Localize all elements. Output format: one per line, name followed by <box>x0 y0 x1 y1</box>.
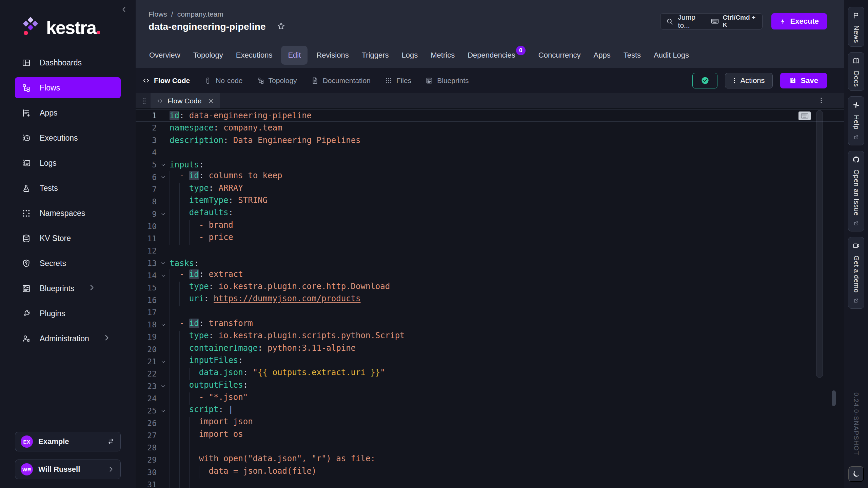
fold-toggle-icon[interactable] <box>157 162 170 168</box>
tab-overview[interactable]: Overview <box>145 46 184 65</box>
breadcrumb-flows[interactable]: Flows <box>149 10 167 18</box>
validation-status-button[interactable] <box>692 73 717 88</box>
view-mode-no-code[interactable]: No-code <box>204 77 242 85</box>
code-line-2[interactable]: 2namespace: company.team <box>136 122 844 134</box>
tab-apps[interactable]: Apps <box>590 46 615 65</box>
view-mode-documentation[interactable]: Documentation <box>311 77 371 85</box>
tab-executions[interactable]: Executions <box>232 46 277 65</box>
sidebar-item-dashboards[interactable]: Dashboards <box>15 52 121 73</box>
code-line-3[interactable]: 3description: Data Engineering Pipelines <box>136 134 844 146</box>
tab-audit-logs[interactable]: Audit Logs <box>650 46 693 65</box>
code-line-13[interactable]: 13tasks: <box>136 257 844 269</box>
code-line-18[interactable]: 18- id: transform <box>136 319 844 331</box>
code-line-29[interactable]: 29with open("data.json", "r") as file: <box>136 454 844 466</box>
close-tab-icon[interactable]: × <box>208 97 213 105</box>
fold-toggle-icon[interactable] <box>157 260 170 266</box>
code-line-24[interactable]: 24- "*.json" <box>136 392 844 405</box>
fold-toggle-icon[interactable] <box>157 383 170 389</box>
sidebar-item-flows[interactable]: Flows <box>15 77 121 98</box>
jump-to-search[interactable]: Jump to... Ctrl/Cmd + K <box>660 13 763 29</box>
code-line-4[interactable]: 4 <box>136 146 844 159</box>
view-mode-flow-code[interactable]: Flow Code <box>142 77 190 85</box>
code-line-15[interactable]: 15type: io.kestra.plugin.core.http.Downl… <box>136 282 844 294</box>
code-line-8[interactable]: 8itemType: STRING <box>136 196 844 208</box>
code-line-28[interactable]: 28 <box>136 442 844 454</box>
execute-button[interactable]: Execute <box>771 13 827 29</box>
tab-dependencies[interactable]: Dependencies0 <box>463 46 530 65</box>
sidebar-item-administration[interactable]: Administration <box>15 328 121 349</box>
code-line-20[interactable]: 20containerImage: python:3.11-alpine <box>136 343 844 355</box>
sidebar-item-namespaces[interactable]: Namespaces <box>15 203 121 224</box>
code-line-7[interactable]: 7type: ARRAY <box>136 183 844 196</box>
fold-toggle-icon[interactable] <box>157 359 170 365</box>
fold-toggle-icon[interactable] <box>157 273 170 279</box>
view-mode-files[interactable]: Files <box>385 77 411 85</box>
keyboard-hint-widget[interactable] <box>798 111 811 120</box>
sidebar-item-apps[interactable]: Apps <box>15 102 121 123</box>
code-line-22[interactable]: 22data.json: "{{ outputs.extract.uri }}" <box>136 368 844 380</box>
rail-button-docs[interactable]: Docs <box>848 52 864 91</box>
sidebar-item-logs[interactable]: Logs <box>15 152 121 174</box>
user-menu[interactable]: WR Will Russell <box>15 460 121 479</box>
code-line-31[interactable]: 31 <box>136 479 844 488</box>
code-editor[interactable]: 1id: data-engineering-pipeline2namespace… <box>136 109 844 488</box>
tab-topology[interactable]: Topology <box>189 46 227 65</box>
code-line-25[interactable]: 25script: | <box>136 405 844 417</box>
code-line-11[interactable]: 11- price <box>136 232 844 245</box>
page-scrollbar-thumb[interactable] <box>832 390 836 406</box>
code-line-1[interactable]: 1id: data-engineering-pipeline <box>136 109 844 122</box>
drag-handle[interactable] <box>140 93 148 108</box>
fold-toggle-icon[interactable] <box>157 211 170 217</box>
code-line-26[interactable]: 26import json <box>136 417 844 429</box>
code-line-14[interactable]: 14- id: extract <box>136 269 844 282</box>
fold-toggle-icon[interactable] <box>157 174 170 180</box>
sidebar-item-blueprints[interactable]: Blueprints <box>15 278 121 299</box>
code-line-21[interactable]: 21inputFiles: <box>136 355 844 368</box>
tab-revisions[interactable]: Revisions <box>312 46 353 65</box>
sidebar-item-plugins[interactable]: Plugins <box>15 303 121 324</box>
breadcrumb-namespace[interactable]: company.team <box>177 10 223 18</box>
save-button[interactable]: Save <box>780 73 827 88</box>
rail-button-help[interactable]: Help <box>848 96 864 145</box>
favorite-star-button[interactable] <box>277 22 285 32</box>
swap-horizontal-icon[interactable] <box>107 438 115 446</box>
rail-button-label: Open an Issue <box>852 169 860 216</box>
mouse-icon <box>204 77 212 84</box>
sidebar-item-kv-store[interactable]: KV Store <box>15 228 121 249</box>
tab-triggers[interactable]: Triggers <box>358 46 393 65</box>
code-line-6[interactable]: 6- id: columns_to_keep <box>136 171 844 183</box>
sidebar-collapse-button[interactable] <box>120 5 128 15</box>
code-line-5[interactable]: 5inputs: <box>136 159 844 171</box>
tab-edit[interactable]: Edit <box>281 46 308 65</box>
view-mode-topology[interactable]: Topology <box>257 77 297 85</box>
code-line-17[interactable]: 17 <box>136 306 844 319</box>
code-line-23[interactable]: 23outputFiles: <box>136 380 844 392</box>
theme-toggle-button[interactable] <box>848 466 864 482</box>
view-mode-blueprints[interactable]: Blueprints <box>426 77 469 85</box>
rail-button-open-an-issue[interactable]: Open an Issue <box>848 151 864 232</box>
kestra-logo[interactable]: kestra. <box>0 0 136 38</box>
tab-concurrency[interactable]: Concurrency <box>534 46 585 65</box>
sidebar-item-secrets[interactable]: Secrets <box>15 253 121 274</box>
sidebar-item-tests[interactable]: Tests <box>15 178 121 199</box>
tab-strip-menu-button[interactable] <box>817 97 825 105</box>
editor-scrollbar-thumb[interactable] <box>816 110 823 378</box>
rail-button-news[interactable]: News <box>848 7 864 47</box>
rail-button-get-a-demo[interactable]: Get a demo <box>848 237 864 309</box>
code-line-9[interactable]: 9defaults: <box>136 208 844 220</box>
tab-logs[interactable]: Logs <box>398 46 422 65</box>
code-line-12[interactable]: 12 <box>136 245 844 257</box>
sidebar-item-executions[interactable]: Executions <box>15 127 121 148</box>
editor-tab-flow-code[interactable]: Flow Code × <box>151 93 220 108</box>
actions-button[interactable]: Actions <box>725 73 772 88</box>
fold-toggle-icon[interactable] <box>157 408 170 414</box>
code-line-16[interactable]: 16uri: https://dummyjson.com/products <box>136 294 844 306</box>
workspace-switcher[interactable]: EX Example <box>15 432 121 451</box>
tab-metrics[interactable]: Metrics <box>427 46 459 65</box>
code-line-10[interactable]: 10- brand <box>136 220 844 232</box>
code-line-27[interactable]: 27import os <box>136 429 844 442</box>
fold-toggle-icon[interactable] <box>157 322 170 328</box>
tab-tests[interactable]: Tests <box>619 46 645 65</box>
code-line-30[interactable]: 30data = json.load(file) <box>136 466 844 479</box>
code-line-19[interactable]: 19type: io.kestra.plugin.scripts.python.… <box>136 331 844 343</box>
